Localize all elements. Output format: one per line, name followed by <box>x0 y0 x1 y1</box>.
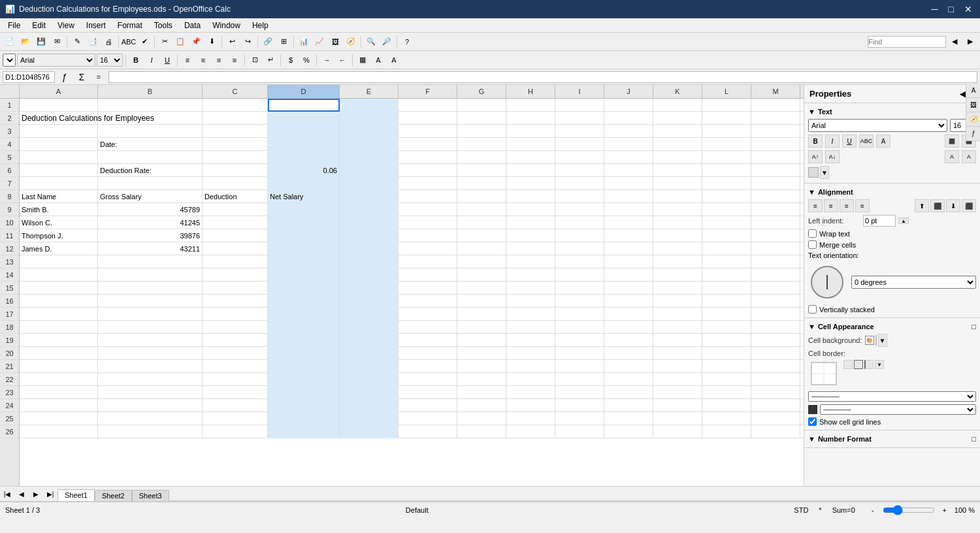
cell-j18[interactable] <box>604 321 653 334</box>
col-header-k[interactable]: K <box>653 85 702 98</box>
row-num-19[interactable]: 19 <box>0 334 19 347</box>
cell-a10[interactable]: Wilson C. <box>20 216 98 229</box>
autocorrect-button[interactable]: ✔ <box>137 35 152 49</box>
cell-e16[interactable] <box>340 295 399 308</box>
cell-k1[interactable] <box>653 99 702 112</box>
row-num-25[interactable]: 25 <box>0 412 19 425</box>
cell-k22[interactable] <box>653 373 702 386</box>
row-num-6[interactable]: 6 <box>0 164 19 177</box>
cell-i4[interactable] <box>555 138 604 151</box>
cell-h17[interactable] <box>506 308 555 321</box>
navigator-button[interactable]: 🧭 <box>344 35 358 49</box>
cell-k25[interactable] <box>653 412 702 425</box>
cell-l8[interactable] <box>702 190 751 203</box>
border-dropdown[interactable]: ▼ <box>875 360 884 369</box>
col-header-c[interactable]: C <box>203 85 268 98</box>
cell-k14[interactable] <box>653 268 702 282</box>
cell-g4[interactable] <box>457 138 506 151</box>
menu-edit[interactable]: Edit <box>27 20 51 31</box>
cell-b14[interactable] <box>98 268 203 282</box>
sheet-tab-2[interactable]: Sheet2 <box>95 490 132 501</box>
cell-a15[interactable] <box>20 282 98 295</box>
wrap-text-button[interactable]: ↵ <box>263 53 278 67</box>
cell-e3[interactable] <box>340 125 399 138</box>
cell-m2[interactable] <box>751 112 800 125</box>
cell-i16[interactable] <box>555 295 604 308</box>
cell-b9[interactable]: 45789 <box>98 203 203 216</box>
col-header-i[interactable]: I <box>555 85 604 98</box>
cell-a7[interactable] <box>20 177 98 190</box>
cell-d26[interactable] <box>268 425 340 438</box>
cell-g3[interactable] <box>457 125 506 138</box>
cell-a24[interactable] <box>20 399 98 412</box>
row-num-22[interactable]: 22 <box>0 373 19 386</box>
cell-b16[interactable] <box>98 295 203 308</box>
cell-f21[interactable] <box>399 360 457 373</box>
cell-j22[interactable] <box>604 373 653 386</box>
cell-d15[interactable] <box>268 282 340 295</box>
gallery-button[interactable]: 🖼 <box>328 35 342 49</box>
cell-m8[interactable] <box>751 190 800 203</box>
cell-h21[interactable] <box>506 360 555 373</box>
cell-k5[interactable] <box>653 151 702 164</box>
cell-l3[interactable] <box>702 125 751 138</box>
cell-l15[interactable] <box>702 282 751 295</box>
cell-g17[interactable] <box>457 308 506 321</box>
cell-b5[interactable] <box>98 151 203 164</box>
corner-cell[interactable] <box>0 85 20 98</box>
cell-h11[interactable] <box>506 229 555 242</box>
col-header-h[interactable]: H <box>506 85 555 98</box>
align-justify-button[interactable]: ≡ <box>227 53 242 67</box>
cell-e2[interactable] <box>340 112 399 125</box>
zoom-increase-button[interactable]: + <box>938 503 952 517</box>
font-color-swatch[interactable] <box>808 167 819 178</box>
cell-g5[interactable] <box>457 151 506 164</box>
find-next-button[interactable]: ▶ <box>963 35 977 49</box>
cell-j3[interactable] <box>604 125 653 138</box>
cell-d12[interactable] <box>268 242 340 255</box>
insert-chart2-button[interactable]: 📈 <box>312 35 327 49</box>
col-header-b[interactable]: B <box>98 85 203 98</box>
open-button[interactable]: 📂 <box>18 35 33 49</box>
cell-j19[interactable] <box>604 334 653 347</box>
col-header-l[interactable]: L <box>702 85 751 98</box>
cell-k20[interactable] <box>653 347 702 360</box>
cell-b11[interactable]: 39876 <box>98 229 203 242</box>
cell-j12[interactable] <box>604 242 653 255</box>
zoom-decrease-button[interactable]: - <box>866 503 880 517</box>
menu-file[interactable]: File <box>3 20 25 31</box>
cell-j1[interactable] <box>604 99 653 112</box>
cell-h6[interactable] <box>506 164 555 177</box>
cell-h9[interactable] <box>506 203 555 216</box>
col-header-e[interactable]: E <box>340 85 399 98</box>
alignment-section-title[interactable]: ▼ Alignment <box>808 186 976 198</box>
cell-g6[interactable] <box>457 164 506 177</box>
cell-i20[interactable] <box>555 347 604 360</box>
cell-f26[interactable] <box>399 425 457 438</box>
row-num-12[interactable]: 12 <box>0 242 19 255</box>
outline-button[interactable]: A <box>962 150 976 163</box>
menu-view[interactable]: View <box>52 20 80 31</box>
cell-d17[interactable] <box>268 308 340 321</box>
cell-d9[interactable] <box>268 203 340 216</box>
cell-a12[interactable]: James D. <box>20 242 98 255</box>
sheet-tab-1[interactable]: Sheet1 <box>57 489 95 501</box>
cell-d24[interactable] <box>268 399 340 412</box>
cell-d13[interactable] <box>268 255 340 268</box>
functions-sidebar-icon[interactable]: ƒ <box>966 127 980 141</box>
row-num-17[interactable]: 17 <box>0 308 19 321</box>
cell-b1[interactable] <box>98 99 203 112</box>
bold-property-button[interactable]: B <box>808 135 823 148</box>
cell-g18[interactable] <box>457 321 506 334</box>
merge-cells-checkbox[interactable] <box>808 240 817 249</box>
cell-c6[interactable] <box>203 164 268 177</box>
cell-j9[interactable] <box>604 203 653 216</box>
cell-m17[interactable] <box>751 308 800 321</box>
cell-k13[interactable] <box>653 255 702 268</box>
cell-b26[interactable] <box>98 425 203 438</box>
cell-j8[interactable] <box>604 190 653 203</box>
cell-j13[interactable] <box>604 255 653 268</box>
cell-m1[interactable] <box>751 99 800 112</box>
cell-i2[interactable] <box>555 112 604 125</box>
cell-h15[interactable] <box>506 282 555 295</box>
